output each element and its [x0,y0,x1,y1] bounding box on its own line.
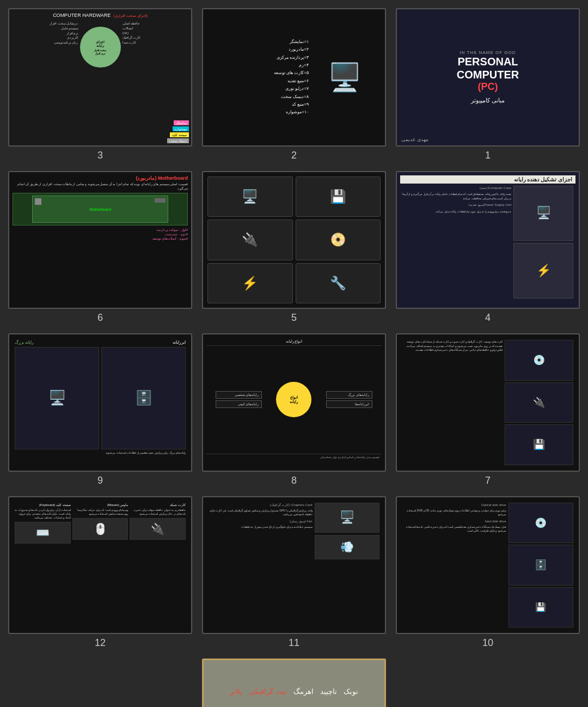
part-fan: 🔧 [296,263,381,304]
slide-10-hdd-title: hard disk drive [402,519,506,524]
part-ram: 💾 [296,176,381,217]
slide-wrapper-1: IN THE NAME OF GOD PERSONALCOMPUTER (PC)… [396,8,580,161]
board-chip-2 [155,198,166,203]
slide-12-ram-text: حافظه رم به عنوان حافظه موقت برای ذخیره … [130,508,186,516]
slide-3-subtitle: (اجزای سخت افزاری) [113,14,148,17]
slide-11[interactable]: Graphics Card (کارت گرافیک) واحد پردازش … [202,496,386,635]
slide-3[interactable]: COMPUTER HARDWARE (اجزای سخت افزاری) درم… [8,8,192,147]
slide-10-optical-title: Optical disk drive [402,503,506,508]
part-cpu: 🖥️ [207,176,293,217]
slide-6[interactable]: Motherboard (مادربورد) قسمت اصلی سیستم ه… [8,171,192,309]
part-psu: ⚡ [207,263,293,304]
slide-7[interactable]: کارت‌های توسعه - کارت گرافیک و کارت صوت … [396,333,580,472]
slide-1[interactable]: IN THE NAME OF GOD PERSONALCOMPUTER (PC)… [396,8,580,147]
slide-3-left-text: درمقابل سخت افزارسیستم‌عاملنرم‌افزارکارب… [14,21,78,45]
slide-11-fan-img: 💨 [315,535,379,559]
slide-5[interactable]: 🖥️ 💾 🔌 📀 ⚡ 🔧 [202,171,386,309]
slide-1-pc: (PC) [402,81,573,93]
slide-3-oval: اجزایرایانه سخت افزارنرم افزار [80,27,121,68]
slide-1-subtitle-label: مبانی کامپیوتر [402,97,573,104]
slide-9-title-super: ابررایانه [173,340,186,345]
slide-4-title: اجزای تشکیل دهنده رایانه [400,175,575,184]
slide-7-images: 💿 🔌 💾 [505,340,573,465]
slide-8-title: انواع رایانه [206,338,382,346]
slide-10-optical-img: 💿 [509,503,573,544]
slide-6-text: قسمت اصلی سیستم های رایانه‌ای بوده که تم… [13,182,188,191]
slide-11-content: Graphics Card (کارت گرافیک) واحد پردازش … [206,501,382,630]
slide-6-board-visual: Motherboard [32,196,168,223]
tag-nachid: ناچیید [320,687,337,696]
slide-7-img-2: 🔌 [505,382,573,423]
slide-8-right-boxes: رایانه‌های بزرگ ابررایانه‌ها [326,391,372,408]
part-gpu: 🔌 [207,220,293,260]
slide-1-author: مهدی غدیمی [401,137,428,142]
slide-6-highlights: #اول - سوکت پردازنده #دوم - چیپ‌ست #سوم … [13,228,188,240]
slide-wrapper-11: Graphics Card (کارت گرافیک) واحد پردازش … [202,496,386,649]
slide-4-psu-title: Power Supply Unit(منبع تغذیه) [402,203,511,208]
slide-12-col-2: ماوس (Mouse) وسیله‌ای ورودی است که برای … [72,503,128,628]
slide-6-title: Motherboard (مادربورد) [136,175,188,181]
slide-11-left: Graphics Card (کارت گرافیک) واحد پردازش … [209,503,313,628]
slide-number-5: 5 [291,312,297,324]
slide-12[interactable]: صفحه کلید (Keyboard) استفاده از آن برای … [8,496,192,635]
slide-3-right-text: حافظه اصلیاتصالاتCPUکارت گرافیککارت صدا [122,21,187,45]
slide-number-6: 6 [97,312,103,324]
slide-10-optical-text: درایو نوری برای خواندن و نوشتن اطلاعات ر… [402,509,506,517]
slide-10[interactable]: Optical disk drive درایو نوری برای خواند… [396,496,580,635]
slide-7-text: کارت‌های توسعه - کارت گرافیک و کارت صوت … [402,340,503,465]
part-drive: 📀 [296,220,381,260]
slide-8-left-boxes: رایانه‌های شخصی رایانه‌های کیفی [216,391,262,408]
slide-8-oval: انواعرایانه [276,382,311,417]
slide-number-11: 11 [289,637,299,649]
slide-8-box-2: رایانه‌های کیفی [216,400,262,408]
slide-number-12: 12 [95,637,106,649]
slide-2-items: ۱=نمایشگر ۲=مادربورد ۳=پردازنده مرکزی ۴=… [212,38,309,117]
slide-12-keyboard-img: ⌨️ [15,522,71,544]
slide-4-case-img: 🖥️ [513,186,573,241]
slide-6-board: Motherboard [13,193,188,225]
slide-12-ram-title: کارت شبکه [130,503,186,507]
slide-10-images: 💿 🗄️ 💾 [509,503,573,628]
tag-nobak: نوبک [344,687,358,696]
slide-number-3: 3 [97,150,103,161]
slide-10-ssd-img: 💾 [509,587,573,628]
slide-9[interactable]: ابررایانه رایانه بزرگ 🖥️ 🗄️ رایانه‌های ب… [8,333,192,472]
slide-1-content: IN THE NAME OF GOD PERSONALCOMPUTER (PC)… [402,50,573,104]
slide-12-mouse-text: وسیله‌ای ورودی است که برای حرکت مکان‌نما… [72,508,128,516]
slide-number-7: 7 [485,475,491,486]
slide-wrapper-13: نوبک ناچیید اهرمگ ثبت گرافیکی پلاتر یو ا… [202,659,386,707]
label-mouse: موشواره [173,126,189,131]
empty-col-right [396,659,580,707]
slide-7-img-1: 💿 [505,340,573,381]
slide-wrapper-3: COMPUTER HARDWARE (اجزای سخت افزاری) درم… [8,8,192,161]
slide-8[interactable]: انواع رایانه رایانه‌های شخصی رایانه‌های … [202,333,386,472]
slide-4-psu-text: منبع تغذیه برق ورودی را به برق مورد نیاز… [402,209,511,214]
slide-wrapper-6: Motherboard (مادربورد) قسمت اصلی سیستم ه… [8,171,192,324]
slide-2-list: ۱=نمایشگر ۲=مادربورد ۳=پردازنده مرکزی ۴=… [210,36,311,119]
slide-7-content: کارت‌های توسعه - کارت گرافیک و کارت صوت … [400,338,575,467]
slide-wrapper-7: کارت‌های توسعه - کارت گرافیک و کارت صوت … [396,333,580,486]
slide-2[interactable]: ۱=نمایشگر ۲=مادربورد ۳=پردازنده مرکزی ۴=… [202,8,386,147]
slide-2-computer-icon: 🖥️ [311,62,378,93]
slide-wrapper-12: صفحه کلید (Keyboard) استفاده از آن برای … [8,496,192,649]
slide-number-1: 1 [485,150,491,161]
slide-11-gpu-text: واحد پردازش گرافیکی یا GPU مسئول پردازش … [209,509,313,517]
slide-4-case-text: جعبه رایانه یا کیس رایانه محفظه‌ای است ک… [402,192,511,200]
slide-3-oval-sub: سخت افزارنرم افزار [94,48,106,55]
slide-11-right: 🖥️ 💨 [315,503,379,628]
slide-12-content: صفحه کلید (Keyboard) استفاده از آن برای … [13,501,188,630]
slide-wrapper-9: ابررایانه رایانه بزرگ 🖥️ 🗄️ رایانه‌های ب… [8,333,192,486]
slide-1-personal: PERSONALCOMPUTER [402,55,573,81]
slide-13[interactable]: نوبک ناچیید اهرمگ ثبت گرافیکی پلاتر یو ا… [202,659,386,707]
slide-10-hdd-img: 🗄️ [509,545,573,586]
slide-12-ram-img: 🔌 [130,518,186,540]
slide-8-box-1: رایانه‌های شخصی [216,391,262,399]
slide-8-box-3: رایانه‌های بزرگ [326,391,372,399]
slide-9-title-big: رایانه بزرگ [15,340,34,345]
slide-8-footer: تقسیم بندی رایانه‌ها بر اساس اندازه و تو… [206,454,382,460]
slide-number-8: 8 [291,475,297,486]
slide-6-header: Motherboard (مادربورد) [13,175,188,181]
slide-8-diagram: رایانه‌های شخصی رایانه‌های کیفی انواعرای… [206,346,382,454]
slide-4[interactable]: اجزای تشکیل دهنده رایانه Computer Case(ج… [396,171,580,309]
slide-10-content: Optical disk drive درایو نوری برای خواند… [400,501,575,630]
